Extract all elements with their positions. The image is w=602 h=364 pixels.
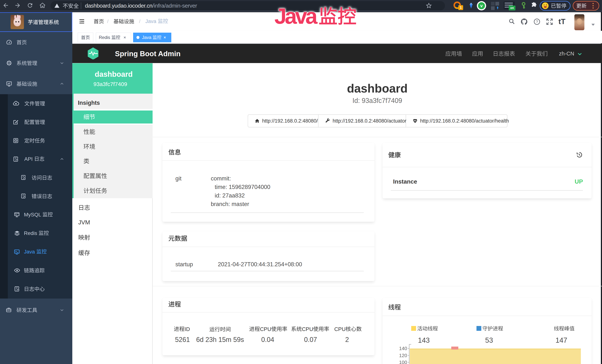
svg-text:?: ? [536, 20, 538, 24]
